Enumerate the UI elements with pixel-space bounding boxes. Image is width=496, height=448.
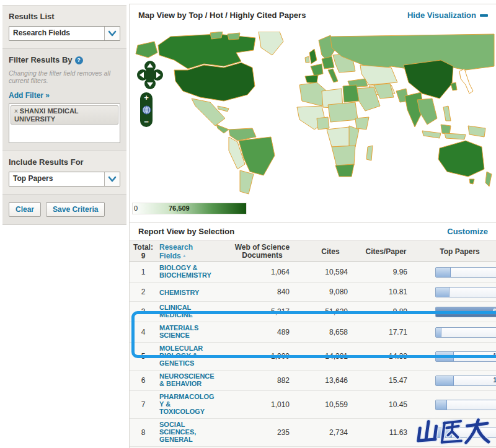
cites-value: 14,381 <box>292 352 354 361</box>
field-link[interactable]: CLINICAL MEDICINE <box>159 304 216 318</box>
customize-link[interactable]: Customize <box>447 227 488 236</box>
table-row: 4 MATERIALS SCIENCE 489 8,658 17.71 3 <box>130 322 496 343</box>
filter-note: Changing the filter field removes all cu… <box>9 69 120 84</box>
map-zoom-control: + − <box>140 92 153 127</box>
results-list-section: Results List Research Fields <box>2 6 126 49</box>
bar-fill <box>436 307 496 317</box>
globe-icon[interactable] <box>142 105 151 115</box>
table-header-row: Total:9 Research Fields▲ Web of Science … <box>130 241 496 262</box>
filter-box: ×SHANXI MEDICAL UNIVERSITY <box>9 103 120 143</box>
table-row: 1 BIOLOGY & BIOCHEMISTRY 1,064 10,594 9.… <box>130 262 496 283</box>
field-link[interactable]: CHEMISTRY <box>159 289 199 296</box>
docs-value: 840 <box>219 288 292 296</box>
top-papers-bar: 10 <box>435 351 496 362</box>
chevron-down-icon[interactable] <box>104 27 120 40</box>
cites-value: 8,658 <box>292 328 354 336</box>
include-dropdown-value: Top Papers <box>9 172 104 186</box>
filter-chip[interactable]: ×SHANXI MEDICAL UNIVERSITY <box>11 105 118 125</box>
cites-per-paper-value: 10.45 <box>354 400 413 409</box>
cites-per-paper-value: 11.63 <box>354 428 413 437</box>
docs-value: 235 <box>219 428 292 437</box>
sort-asc-icon: ▲ <box>182 253 187 258</box>
filter-section: Filter Results By? Changing the filter f… <box>2 49 126 151</box>
table-row: 3 CLINICAL MEDICINE 5,217 51,620 9.89 60 <box>130 302 496 322</box>
report-header: Report View by Selection Customize <box>130 222 496 241</box>
cites-per-paper-value: 9.89 <box>354 307 413 316</box>
bar-fill <box>436 268 451 277</box>
top-papers-value: 11 <box>493 377 496 384</box>
include-title: Include Results For <box>9 157 120 167</box>
column-research-fields[interactable]: Research Fields▲ <box>157 243 219 260</box>
rank-cell: 2 <box>130 288 157 296</box>
table-row: 2 CHEMISTRY 840 9,080 10.81 7 <box>130 283 496 302</box>
actions-section: Clear Save Criteria <box>2 195 126 225</box>
bar-fill <box>436 328 441 337</box>
cites-value: 51,620 <box>292 307 354 316</box>
field-link[interactable]: NEUROSCIENCE & BEHAVIOR <box>159 372 216 387</box>
total-header: Total:9 <box>130 243 157 260</box>
table-row: 6 NEUROSCIENCE & BEHAVIOR 882 13,646 15.… <box>130 371 496 391</box>
bar-fill <box>436 376 454 385</box>
legend-min-value: 0 <box>134 204 138 212</box>
help-icon[interactable]: ? <box>75 56 83 64</box>
filter-chip-label: SHANXI MEDICAL UNIVERSITY <box>14 107 78 123</box>
report-title: Report View by Selection <box>138 227 234 236</box>
remove-filter-icon[interactable]: × <box>14 108 18 115</box>
cites-per-paper-value: 17.71 <box>354 328 413 336</box>
rank-cell: 5 <box>130 352 157 361</box>
cites-value: 2,734 <box>292 428 354 437</box>
docs-value: 1,010 <box>219 400 292 409</box>
cites-per-paper-value: 14.38 <box>354 352 413 361</box>
cites-value: 10,559 <box>292 400 354 409</box>
add-filter-link[interactable]: Add Filter » <box>9 91 50 100</box>
zoom-in-button[interactable]: + <box>144 94 149 102</box>
table-row: 5 MOLECULAR BIOLOGY & GENETICS 1,000 14,… <box>130 343 496 371</box>
cites-value: 13,646 <box>292 376 354 385</box>
rank-cell: 6 <box>130 376 157 385</box>
top-papers-value: 10 <box>493 353 496 359</box>
rank-cell: 3 <box>130 307 157 316</box>
include-dropdown[interactable]: Top Papers <box>9 172 120 187</box>
filter-title: Filter Results By? <box>9 55 120 64</box>
docs-value: 882 <box>219 376 292 385</box>
rank-cell: 7 <box>130 400 157 409</box>
clear-button[interactable]: Clear <box>9 202 41 217</box>
table-row: 7 PHARMACOLOGY & TOXICOLOGY 1,010 10,559… <box>130 391 496 419</box>
results-list-dropdown-value: Research Fields <box>9 27 104 40</box>
page: { "sidebar": { "results_list": { "title"… <box>0 0 496 448</box>
top-papers-bar: 6 <box>435 267 496 278</box>
cites-per-paper-value: 15.47 <box>354 376 413 385</box>
report-section: Report View by Selection Customize Total… <box>130 222 496 448</box>
top-papers-bar: 11 <box>435 376 496 386</box>
column-cites: Cites <box>292 247 354 256</box>
include-section: Include Results For Top Papers <box>2 151 126 195</box>
top-papers-bar: 7 <box>435 287 496 297</box>
hide-visualization-link[interactable]: Hide Visualization <box>407 11 488 20</box>
zoom-out-button[interactable]: − <box>144 118 149 126</box>
docs-value: 5,217 <box>219 307 292 316</box>
rank-cell: 8 <box>130 428 157 437</box>
top-papers-bar: 3 <box>435 327 496 338</box>
legend-max-value: 76,509 <box>169 204 190 212</box>
chevron-down-icon[interactable] <box>104 172 120 186</box>
field-link[interactable]: SOCIAL SCIENCES, GENERAL <box>159 421 216 443</box>
save-criteria-button[interactable]: Save Criteria <box>46 202 105 217</box>
bar-fill <box>436 288 450 297</box>
map-pan-control[interactable] <box>137 60 163 90</box>
column-cites-per-paper: Cites/Paper <box>354 247 413 256</box>
results-list-title: Results List <box>9 12 120 21</box>
field-link[interactable]: MOLECULAR BIOLOGY & GENETICS <box>159 345 216 367</box>
top-papers-bar: 60 <box>435 307 496 317</box>
field-link[interactable]: MATERIALS SCIENCE <box>159 324 216 339</box>
rank-cell: 4 <box>130 328 157 336</box>
map-region: + − 0 76,509 <box>130 28 496 225</box>
field-link[interactable]: BIOLOGY & BIOCHEMISTRY <box>159 264 216 279</box>
main-panel: Map View by Top / Hot / Highly Cited Pap… <box>129 4 496 448</box>
field-link[interactable]: PHARMACOLOGY & TOXICOLOGY <box>159 393 216 415</box>
docs-value: 1,064 <box>219 268 292 276</box>
results-list-dropdown[interactable]: Research Fields <box>9 26 120 41</box>
world-map[interactable] <box>131 32 495 203</box>
bar-fill <box>436 400 447 410</box>
column-documents: Web of Science Documents <box>219 244 292 260</box>
sidebar: Results List Research Fields Filter Resu… <box>2 5 126 225</box>
